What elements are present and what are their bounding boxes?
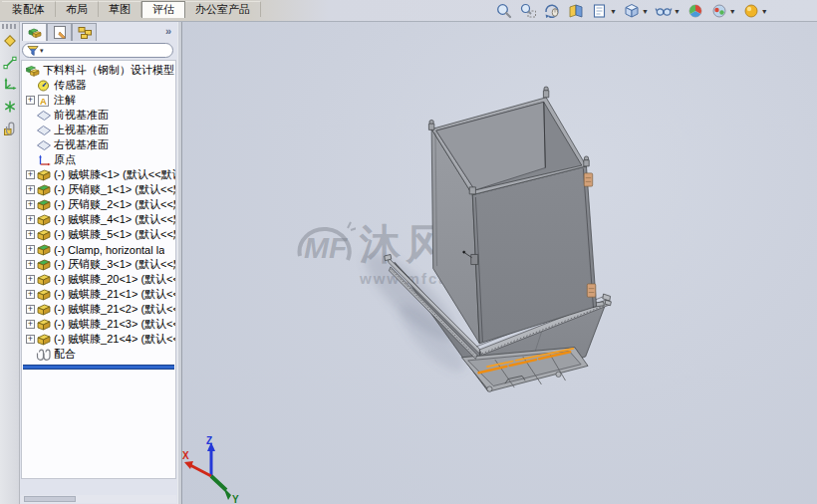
tree-item-plane-right[interactable]: 右视基准面 [22,137,175,152]
tree-item-comp-2[interactable]: +(-) 厌销赕_1<1> (默认<<默 [22,182,175,197]
tree-item-label: (-) Clamp, horizontal la [54,244,164,256]
tree-item-label: (-) 贼蜞膝_21<2> (默认<< [54,302,175,317]
view-orientation-button[interactable]: ▼ [589,1,619,21]
part-yellow-icon [36,228,52,242]
tree-item-comp-5[interactable]: +(-) 贼蜞膝_5<1> (默认<<默 [22,227,175,242]
section-view-button[interactable] [565,1,587,21]
mate-icon [36,348,52,362]
edit-appearance-button[interactable] [684,1,706,21]
view-settings-button[interactable]: ▼ [740,1,770,21]
rollback-bar[interactable] [23,365,174,370]
tree-item-comp-12[interactable]: +(-) 贼蜞膝_21<4> (默认<< [22,332,175,347]
asterisk-tool-icon[interactable] [2,99,18,117]
part-yellow-icon [36,213,52,227]
panel-tabs [22,23,97,42]
triad-y-label: Y [232,494,239,504]
axes-tool-icon[interactable] [2,77,18,95]
tree-item-sensors[interactable]: 传感器 [22,78,175,93]
tree-item-label: (-) 贼蜞膝_21<3> (默认<< [54,317,175,332]
tree-item-label: (-) 贼蜞膝<1> (默认<<默认 [54,167,175,182]
panel-tab-property-manager[interactable] [47,23,72,41]
hide-show-items-button[interactable]: ▼ [653,1,682,21]
expander-toggle[interactable]: + [26,185,35,194]
expander-toggle[interactable]: + [26,290,35,299]
plane-tool-icon[interactable] [2,33,18,51]
tree-filter-input[interactable]: ▾ [22,43,173,58]
tree-item-label: 上视基准面 [54,123,109,137]
expander-toggle[interactable]: + [26,96,35,105]
expander-toggle[interactable]: + [26,260,35,269]
top-bar: 装配体布局草图评估办公室产品 ▼▼▼▼▼ [0,0,817,22]
tree-item-mates[interactable]: 配合 [22,347,175,362]
dropdown-caret[interactable]: ▼ [610,8,617,15]
assembly-root-icon [25,64,41,78]
panel-tab-configuration-manager[interactable] [72,23,97,41]
tree-item-comp-8[interactable]: +(-) 贼蜞膝_20<1> (默认<< [22,272,175,287]
panel-horizontal-scrollbar[interactable] [21,495,176,503]
expander-toggle[interactable]: + [26,200,35,209]
tree-item-plane-front[interactable]: 前视基准面 [22,108,175,123]
tree-item-comp-7[interactable]: +(-) 厌销赕_3<1> (默认<<默 [22,257,175,272]
dropdown-caret[interactable]: ▼ [674,8,681,15]
zoom-to-fit-button[interactable] [493,1,515,21]
expander-toggle[interactable]: + [26,230,35,239]
tree-item-comp-9[interactable]: +(-) 贼蜞膝_21<1> (默认<< [22,287,175,302]
tree-item-label: 传感器 [54,78,87,93]
hopper-3d-model[interactable] [182,22,817,504]
orientation-triad: Z X Y [182,432,246,504]
toolbar-grip[interactable] [2,24,17,29]
tree-item-label: 注解 [54,93,76,108]
tree-item-comp-10[interactable]: +(-) 贼蜞膝_21<2> (默认<< [22,302,175,317]
tree-item-comp-1[interactable]: +(-) 贼蜞膝<1> (默认<<默认 [22,167,175,182]
tree-item-root[interactable]: 下料料斗（钢制）设计模型 （默认 [22,63,175,78]
display-style-button[interactable]: ▼ [621,1,651,21]
dropdown-caret[interactable]: ▼ [729,8,736,15]
svg-text:A: A [40,95,47,106]
filter-dropdown-caret[interactable]: ▾ [40,47,44,55]
panel-overflow-chevron[interactable]: » [165,25,171,37]
tree-item-annotations[interactable]: +A注解 [22,93,175,108]
expander-toggle[interactable]: + [26,170,35,179]
tree-item-label: 配合 [54,347,76,362]
scrollbar-thumb[interactable] [24,496,76,502]
attach-tool-icon[interactable] [2,121,18,138]
expander-toggle[interactable]: + [26,320,35,329]
plane-icon [36,138,52,152]
panel-tab-feature-manager[interactable] [22,23,47,41]
tab-evaluate[interactable]: 评估 [141,1,185,18]
zoom-to-area-button[interactable] [517,1,539,21]
expander-toggle[interactable]: + [26,335,35,344]
feature-tree: 下料料斗（钢制）设计模型 （默认传感器+A注解前视基准面上视基准面右视基准面原点… [21,60,176,479]
dropdown-caret[interactable]: ▼ [642,8,649,15]
plane-icon [36,124,52,137]
tree-item-plane-top[interactable]: 上视基准面 [22,123,175,137]
tree-item-origin[interactable]: 原点 [22,152,175,167]
tab-sketch[interactable]: 草图 [99,1,141,17]
dropdown-caret[interactable]: ▼ [761,8,768,15]
expander-toggle[interactable]: + [26,305,35,314]
tree-item-comp-4[interactable]: +(-) 贼蜞膝_4<1> (默认<<默 [22,212,175,227]
tree-item-comp-6[interactable]: +(-) Clamp, horizontal la [22,242,175,257]
apply-scene-button[interactable]: ▼ [708,1,738,21]
sketch-line-tool-icon[interactable] [2,55,18,73]
filter-funnel-icon [27,45,39,57]
tree-item-label: (-) 贼蜞膝_20<1> (默认<< [54,272,175,287]
left-toolbar [1,31,19,140]
hopper-geometry [385,87,612,391]
graphics-viewport[interactable]: MF 沐风网 www.mfcad.com [182,22,817,504]
tab-layout[interactable]: 布局 [56,1,99,17]
part-green-icon [36,198,52,212]
expander-toggle[interactable]: + [26,245,35,254]
tree-item-comp-11[interactable]: +(-) 贼蜞膝_21<3> (默认<< [22,317,175,332]
origin-icon [36,153,52,167]
expander-toggle[interactable]: + [26,275,35,284]
expander-toggle[interactable]: + [26,215,35,224]
tab-assembly[interactable]: 装配体 [2,1,56,17]
sensor-icon [36,79,52,93]
tree-item-label: (-) 厌销赕_1<1> (默认<<默 [54,182,175,197]
tree-item-label: (-) 贼蜞膝_5<1> (默认<<默 [54,227,175,242]
tab-office[interactable]: 办公室产品 [185,1,261,17]
feature-manager-panel: » ▾ 下料料斗（钢制）设计模型 （默认传感器+A注解前视基准面上视基准面右视基… [20,22,177,504]
rotate-view-button[interactable] [541,1,563,21]
tree-item-comp-3[interactable]: +(-) 厌销赕_2<1> (默认<<默 [22,197,175,212]
